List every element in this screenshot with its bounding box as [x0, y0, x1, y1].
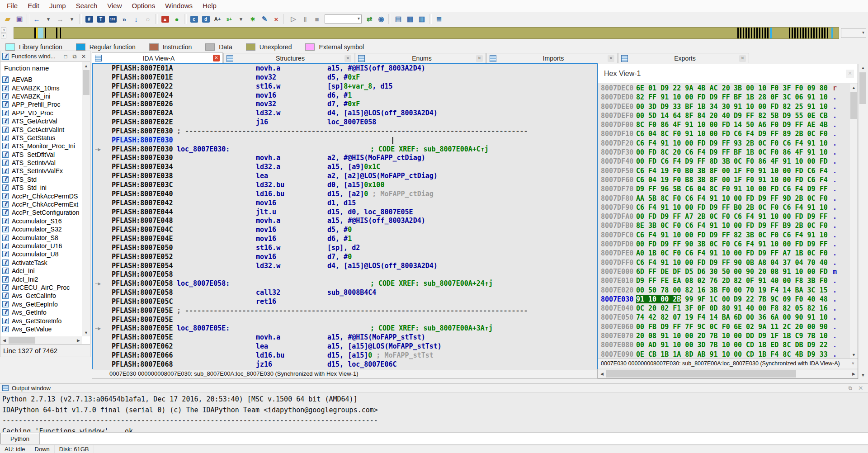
disassembly-line[interactable]: PFLASH:8007E04Cmov16d5, #0 [93, 226, 597, 235]
search-binary-icon[interactable]: 101 [107, 14, 118, 24]
function-list-item[interactable]: fATS_SetDfltVal [0, 151, 82, 159]
save-file-icon[interactable]: ▣ [14, 14, 25, 24]
forward-menu-icon[interactable]: ▾ [66, 14, 77, 24]
scroll-thumb[interactable] [859, 72, 866, 104]
function-list-item[interactable]: fAPP_Prefill_Proc [0, 100, 82, 109]
tab-close-icon[interactable]: ✕ [344, 55, 351, 62]
scroll-right-icon[interactable]: ▶ [850, 369, 858, 378]
function-list-item[interactable]: fAccumulator_S32 [0, 225, 82, 233]
hex-row[interactable]: 8007DF60C6 04 19 F0 B8 3B 8F 001F F0 91 … [598, 175, 850, 184]
disassembly-line[interactable]: PFLASH:8007E052mov16d7, #0 [93, 253, 597, 262]
output-window-buttons[interactable]: ⧉ ✕ [849, 385, 865, 391]
tab-exports[interactable]: Exports✕ [618, 53, 749, 63]
hex-row[interactable]: 8007E0006D FF DE DF D5 D6 30 5000 90 20 … [598, 267, 850, 276]
disassembly-line[interactable]: PFLASH:8007E026mov32d7, #0xF [93, 100, 597, 109]
hex-row[interactable]: 8007DF70D9 FF 96 5B C6 04 8C F091 10 00 … [598, 184, 850, 193]
back-menu-icon[interactable]: ▾ [43, 14, 54, 24]
run-icon[interactable]: ● [171, 14, 182, 24]
attach-process-icon[interactable]: ⇄ [364, 14, 375, 24]
disassembly-line[interactable]: PFLASH:8007E05E; -----------------------… [93, 307, 597, 316]
function-list-item[interactable]: fAEVABZK_ini [0, 92, 82, 100]
hex-row[interactable]: 8007DF3000 FD 8C 20 C6 F4 D9 FFBF 1B 0C … [598, 148, 850, 157]
function-list-item[interactable]: fATS_Monitor_Proc_Ini [0, 142, 82, 150]
start-process-icon[interactable]: ▷ [288, 14, 299, 24]
navigation-band[interactable] [14, 27, 839, 39]
graph-view-icon[interactable]: ▦ [405, 14, 415, 24]
make-string-icon[interactable]: s+ [224, 14, 235, 24]
output-window-titlebar[interactable]: Output window ⧉ ✕ [0, 383, 868, 393]
open-file-icon[interactable]: ▰ [2, 14, 13, 24]
maximize-icon[interactable]: □ [61, 53, 70, 60]
function-list-item[interactable]: fAccPr_ChkAccPermDS [0, 192, 82, 200]
disassembly-line[interactable]: PFLASH:8007E048movh.aa15, #@HIS(off_8003… [93, 217, 597, 226]
hex-row[interactable]: 8007DFD000 FD D9 FF 90 3B 0C F0C6 F4 91 … [598, 240, 850, 249]
function-list-item[interactable]: fAccumulator_S16 [0, 217, 82, 225]
hex-row[interactable]: 8007DED082 FF 91 10 00 FD D9 FFBF 1B 28 … [598, 93, 850, 102]
hex-row[interactable]: 8007E010D9 FF FE EA 08 02 76 2D82 0F 91 … [598, 276, 850, 285]
disassembly-line[interactable]: PFLASH:8007E04Emov16d6, #1 [93, 235, 597, 244]
hex-row[interactable]: 8007DF50C6 F4 19 F0 B0 3B 8F 001F F0 91 … [598, 166, 850, 175]
disassembly-line[interactable]: PFLASH:8007E062leaa15, [a15]@LOS(MoFAPP_… [93, 342, 597, 351]
function-list-item[interactable]: fAccumulator_U8 [0, 250, 82, 258]
mdi-vertical-scrollbar[interactable]: ▲ ▼ [858, 64, 867, 379]
hex-view-titlebar[interactable]: Hex View-1 ✕ [598, 64, 858, 83]
function-list-item[interactable]: fAEVABZK_10ms [0, 84, 82, 92]
disassembly-line[interactable]: PFLASH:8007E05E [93, 316, 597, 325]
function-list-item[interactable]: fAvs_GetStoreInfo [0, 316, 82, 325]
scroll-down-icon[interactable]: ▼ [859, 371, 868, 379]
scroll-up-icon[interactable]: ▲ [850, 84, 858, 91]
scroll-thumb[interactable] [606, 370, 796, 378]
disassembly-line[interactable]: PFLASH:8007E01Emov32d5, #0xF [93, 73, 597, 82]
navband-prev-icon[interactable]: ◂ [1, 27, 6, 33]
disassembly-line[interactable]: PFLASH:8007E05Emovh.aa15, #@HIS(MoFAPP_s… [93, 333, 597, 342]
string-menu-icon[interactable]: ▾ [236, 14, 246, 24]
disassembly-line[interactable]: PFLASH:8007E05Cret16 [93, 297, 597, 307]
scroll-left-icon[interactable]: ◀ [0, 336, 8, 344]
disassembly-line[interactable]: PFLASH:8007E030; -----------------------… [93, 127, 597, 136]
search-immediate-icon[interactable]: # [84, 14, 94, 24]
scroll-up-icon[interactable]: ▲ [82, 62, 90, 70]
tab-close-icon[interactable]: ✕ [608, 55, 614, 62]
tab-close-icon[interactable]: ✕ [739, 55, 746, 62]
hex-row[interactable]: 8007E0400C 20 02 F1 3F 0F 0D 8091 40 00 … [598, 304, 850, 313]
make-code-icon[interactable]: c [189, 14, 199, 24]
functions-window-titlebar[interactable]: f Functions wind... □ ⧉ ✕ [0, 51, 90, 62]
function-list-item[interactable]: fATS_Std [0, 175, 82, 184]
jump-address-icon[interactable]: ↓ [131, 14, 142, 24]
function-list-item[interactable]: fATS_SetIntvVal [0, 159, 82, 167]
breakpoints-icon[interactable]: ◉ [376, 14, 387, 24]
disassembly-line[interactable]: PFLASH:8007E022st16.w[sp]8+var_8, d15 [93, 82, 597, 91]
add-name-icon[interactable]: A+ [212, 14, 223, 24]
function-list-item[interactable]: fAccumulator_S8 [0, 233, 82, 241]
python-input[interactable] [39, 432, 868, 445]
disassembly-line[interactable]: PFLASH:8007E040ld16.bud15, [a2]0 ; MoFAP… [93, 190, 597, 199]
debugger-combobox[interactable] [325, 14, 362, 24]
menu-search[interactable]: Search [71, 0, 103, 12]
function-name-column-header[interactable]: Function name [0, 62, 90, 74]
function-list-item[interactable]: fAvs_GetInfo [0, 308, 82, 316]
function-list-item[interactable]: fATS_GetActrVal [0, 117, 82, 125]
scroll-thumb[interactable] [850, 92, 857, 119]
hex-row[interactable]: 8007DEE000 3D D9 33 BF 1B 34 3091 10 00 … [598, 102, 850, 111]
function-list-item[interactable]: fAvs_GetCalInfo [0, 292, 82, 300]
hex-row[interactable]: 8007E06000 FB D9 FF 7F 9C 0C F06E 02 9A … [598, 322, 850, 331]
tab-enums[interactable]: Enums✕ [355, 53, 486, 63]
disassembly-line[interactable]: PFLASH:8007E024mov16d6, #1 [93, 91, 597, 100]
pause-process-icon[interactable]: ‖ [300, 14, 311, 24]
menu-windows[interactable]: Windows [160, 0, 198, 12]
windows-list-icon[interactable]: ▤ [393, 14, 404, 24]
hex-row[interactable]: 8007DFF0C6 F4 91 10 00 FD D9 FF90 0B A8 … [598, 258, 850, 267]
search-next-icon[interactable]: » [119, 14, 130, 24]
disassembly-line[interactable]: PFLASH:8007E01Amovh.aa15, #@HIS(off_8003… [93, 64, 597, 73]
hex-row[interactable]: 8007DFE0A0 1B 0C F0 C6 F4 91 1000 FD D9 … [598, 249, 850, 258]
hex-row[interactable]: 8007E05074 42 82 07 19 F4 14 BA6D 00 36 … [598, 313, 850, 322]
scroll-thumb[interactable] [83, 70, 90, 95]
scroll-up-icon[interactable]: ▲ [859, 64, 868, 71]
hex-row[interactable]: 8007E0900E CB 1B 1A 8D AB 91 1000 CD 1B … [598, 350, 850, 359]
tab-close-icon[interactable]: ✕ [213, 55, 220, 61]
function-list-item[interactable]: fATS_SetIntvValEx [0, 167, 82, 175]
function-list-item[interactable]: fAccumulator_U16 [0, 242, 82, 250]
disassembly-line[interactable]: PFLASH:8007E068jz16d15, loc_8007E06C [93, 360, 597, 369]
scroll-down-icon[interactable]: ▼ [82, 329, 90, 336]
menu-jump[interactable]: Jump [44, 0, 71, 12]
